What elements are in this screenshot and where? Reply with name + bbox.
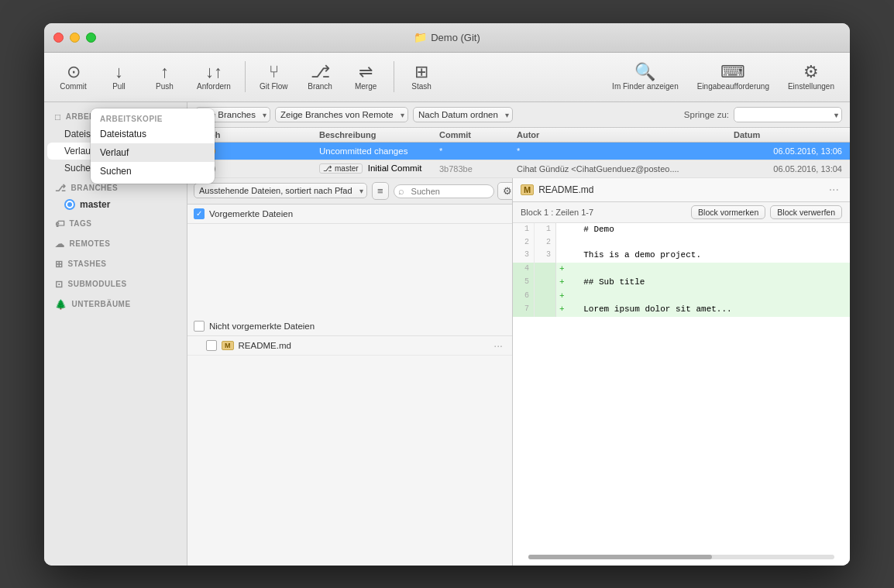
window-title: 📁 Demo (Git) xyxy=(414,31,480,43)
diff-line-1: 1 1 # Demo xyxy=(513,223,850,237)
diff-sign-7: + xyxy=(556,303,567,317)
stash-button[interactable]: ⊞ Stash xyxy=(401,60,443,94)
diff-line-5: 5 + ## Sub title xyxy=(513,276,850,290)
context-menu-suchen[interactable]: Suchen xyxy=(91,162,215,181)
gitflow-icon: ⑂ xyxy=(269,64,279,81)
right-panel: Alle Branches Zeige Branches von Remote … xyxy=(187,102,850,566)
diff-sign-2 xyxy=(556,236,567,249)
diff-sign-5: + xyxy=(556,276,567,290)
toolbar: ⊙ Commit ↓ Pull ↑ Push ↓↑ Anfordern ⑂ Gi… xyxy=(44,53,850,102)
unterbaume-icon: 🌲 xyxy=(55,299,67,310)
file-sort-select[interactable]: Ausstehende Dateien, sortiert nach Pfad xyxy=(194,183,367,198)
commit-button[interactable]: ⊙ Commit xyxy=(52,60,95,94)
diff-line-4: 4 + xyxy=(513,263,850,277)
diff-sign-4: + xyxy=(556,263,567,277)
discard-block-button[interactable]: Block verwerfen xyxy=(770,205,842,219)
terminal-button[interactable]: ⌨ Eingabeaufforderung xyxy=(689,60,777,94)
list-view-button[interactable]: ≡ xyxy=(372,182,389,200)
stage-block-button[interactable]: Block vormerken xyxy=(691,205,765,219)
context-menu-verlauf[interactable]: Verlauf xyxy=(91,143,215,162)
commit-date-uncommitted: 06.05.2016, 13:06 xyxy=(734,146,842,156)
diff-line-num1-3: 3 xyxy=(513,249,535,263)
titlebar: 📁 Demo (Git) xyxy=(44,23,850,53)
diff-line-num2-5 xyxy=(535,276,556,290)
settings-icon: ⚙ xyxy=(803,64,819,81)
diff-scrollbar[interactable] xyxy=(528,555,834,559)
maximize-button[interactable] xyxy=(86,33,96,43)
branch-tag-master: ⎇ master xyxy=(319,163,363,174)
commit-author-uncommitted: * xyxy=(517,146,734,156)
diff-sign-3 xyxy=(556,249,567,263)
minimize-button[interactable] xyxy=(70,33,80,43)
toolbar-right: 🔍 Im Finder anzeigen ⌨ Eingabeaufforderu… xyxy=(604,60,842,94)
push-icon: ↑ xyxy=(160,64,169,81)
diff-line-num1-2: 2 xyxy=(513,236,535,249)
diff-file-icon: M xyxy=(521,184,534,195)
col-header-desc: Beschreibung xyxy=(319,130,439,139)
diff-content-6 xyxy=(567,290,850,304)
bottom-area: Ausstehende Dateien, sortiert nach Pfad … xyxy=(187,178,850,566)
branches-icon: ⎇ xyxy=(55,183,67,194)
diff-scrollbar-thumb xyxy=(528,555,712,559)
unstaged-checkbox[interactable] xyxy=(194,321,205,332)
file-filter-button[interactable]: ⚙ xyxy=(497,182,513,200)
search-wrap xyxy=(394,184,494,198)
file-readme-checkbox[interactable] xyxy=(206,340,217,351)
diff-content: 1 1 # Demo 2 2 xyxy=(513,223,850,548)
pull-button[interactable]: ↓ Pull xyxy=(98,60,140,94)
show-remote-wrap: Zeige Branches von Remote xyxy=(275,107,408,122)
context-menu: ARBEITSKOPIE Dateistatus Verlauf Suchen xyxy=(91,108,215,184)
commit-row-initial[interactable]: ⎇ master Initial Commit 3b783be Cihat Gü… xyxy=(187,160,850,178)
remotes-icon: ☁ xyxy=(55,239,65,249)
commit-desc-uncommitted: Uncommitted changes xyxy=(319,146,439,156)
stashes-icon: ⊞ xyxy=(55,259,64,270)
context-menu-dateistatus[interactable]: Dateistatus xyxy=(91,125,215,143)
merge-icon: ⇌ xyxy=(359,64,373,81)
diff-more-button[interactable]: ··· xyxy=(826,183,842,197)
diff-sign-6: + xyxy=(556,290,567,304)
settings-button[interactable]: ⚙ Einstellungen xyxy=(780,60,842,94)
finder-button[interactable]: 🔍 Im Finder anzeigen xyxy=(604,60,686,94)
close-button[interactable] xyxy=(53,33,64,43)
staged-checkbox[interactable]: ✓ xyxy=(194,208,205,219)
anfordern-icon: ↓↑ xyxy=(205,64,222,81)
diff-line-6: 6 + xyxy=(513,290,850,304)
pull-icon: ↓ xyxy=(115,64,123,81)
filter-bar: Alle Branches Zeige Branches von Remote … xyxy=(187,102,850,128)
merge-button[interactable]: ⇌ Merge xyxy=(345,60,387,94)
diff-line-num2-1: 1 xyxy=(535,223,556,237)
jump-to-wrap: ▾ xyxy=(734,107,842,122)
file-list-toolbar: Ausstehende Dateien, sortiert nach Pfad … xyxy=(187,178,512,205)
diff-filename: README.md xyxy=(538,184,820,195)
commit-hash-uncommitted: * xyxy=(439,146,517,156)
main-content: □ ARBEITSKOPIE Dateistatus 1 Verlauf Suc… xyxy=(44,102,850,566)
staged-section-label: Vorgemerkte Dateien xyxy=(209,209,293,218)
jump-to-input[interactable] xyxy=(734,107,842,122)
diff-content-1: # Demo xyxy=(567,223,850,237)
file-row-readme[interactable]: M README.md ··· xyxy=(187,336,512,356)
diff-block-actions: Block vormerken Block verwerfen xyxy=(691,205,842,219)
file-options-button[interactable]: ··· xyxy=(490,339,506,352)
diff-line-num2-7 xyxy=(535,303,556,317)
diff-sign-1 xyxy=(556,223,567,237)
file-sort-wrap: Ausstehende Dateien, sortiert nach Pfad xyxy=(194,183,367,198)
show-remote-select[interactable]: Zeige Branches von Remote xyxy=(275,107,408,122)
unstaged-section-header[interactable]: Nicht vorgemerkte Dateien xyxy=(187,317,512,336)
diff-content-4 xyxy=(567,263,850,277)
staged-section-header[interactable]: ✓ Vorgemerkte Dateien xyxy=(187,205,512,224)
diff-content-3: This is a demo project. xyxy=(567,249,850,263)
col-header-date: Datum xyxy=(734,130,842,139)
remotes-header: ☁ REMOTES xyxy=(44,232,187,253)
order-by-select[interactable]: Nach Datum ordnen xyxy=(413,107,513,122)
push-button[interactable]: ↑ Push xyxy=(143,60,186,94)
commit-row-uncommitted[interactable]: Uncommitted changes * * 06.05.2016, 13:0… xyxy=(187,143,850,160)
anfordern-button[interactable]: ↓↑ Anfordern xyxy=(189,60,239,94)
finder-icon: 🔍 xyxy=(634,64,655,81)
branch-button[interactable]: ⎇ Branch xyxy=(299,60,342,94)
file-list-panel: Ausstehende Dateien, sortiert nach Pfad … xyxy=(187,178,513,566)
file-search-input[interactable] xyxy=(394,184,494,198)
gitflow-button[interactable]: ⑂ Git Flow xyxy=(252,60,296,94)
sidebar-item-master[interactable]: master xyxy=(44,197,187,212)
terminal-icon: ⌨ xyxy=(720,64,745,81)
toolbar-sep-1 xyxy=(245,61,246,92)
